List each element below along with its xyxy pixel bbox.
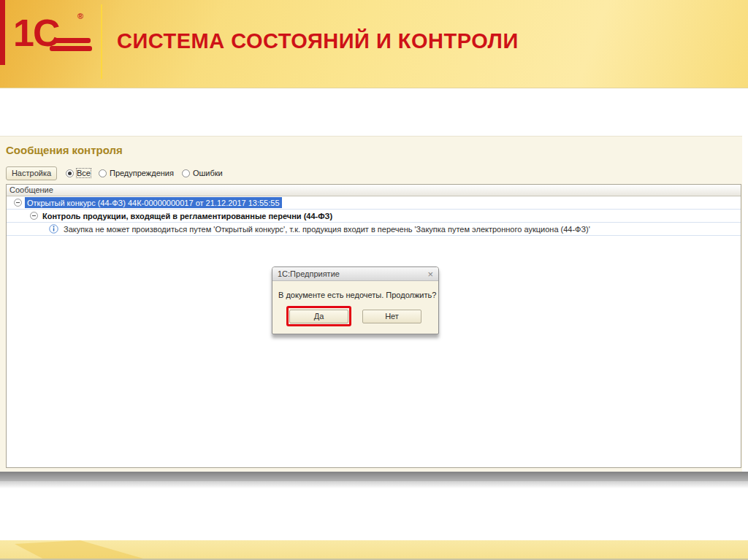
radio-icon[interactable] xyxy=(182,169,190,177)
no-button[interactable]: Нет xyxy=(362,310,421,323)
table-row[interactable]: Контроль продукции, входящей в регламент… xyxy=(7,210,741,223)
collapse-icon[interactable] xyxy=(30,212,38,220)
page-title: СИСТЕМА СОСТОЯНИЙ И КОНТРОЛИ xyxy=(117,29,519,53)
panel-toolbar: Настройка Все Предупреждения Ошибки xyxy=(6,166,223,180)
filter-radio-all[interactable]: Все xyxy=(66,169,91,177)
logo-bar xyxy=(54,38,91,43)
filter-radio-warnings[interactable]: Предупреждения xyxy=(99,169,174,177)
screenshot-bottom-edge xyxy=(0,472,748,481)
header-divider-line xyxy=(101,4,102,79)
table-column-header: Сообщение xyxy=(7,185,741,196)
dialog-titlebar[interactable]: 1С:Предприятие × xyxy=(272,267,438,281)
info-icon xyxy=(49,224,58,234)
dialog-title: 1С:Предприятие xyxy=(278,269,340,278)
table-row[interactable]: Закупка не может производиться путем 'От… xyxy=(7,223,741,236)
filter-label: Предупреждения xyxy=(110,169,174,177)
header-accent-stripe xyxy=(0,0,5,65)
screenshot-bottom-shadow xyxy=(0,481,748,488)
close-icon[interactable]: × xyxy=(427,269,433,279)
registered-mark: ® xyxy=(77,12,83,20)
table-row[interactable]: Открытый конкурс (44-ФЗ) 44К-00000000017… xyxy=(7,196,741,210)
slide: 1С ® СИСТЕМА СОСТОЯНИЙ И КОНТРОЛИ Сообще… xyxy=(0,0,748,560)
no-button-wrap: Нет xyxy=(359,306,424,326)
dialog-message: В документе есть недочеты. Продолжить? xyxy=(278,291,432,299)
selected-row-text: Открытый конкурс (44-ФЗ) 44К-00000000017… xyxy=(25,197,282,208)
collapse-icon[interactable] xyxy=(14,199,22,207)
filter-label: Все xyxy=(77,169,91,177)
row-text: Контроль продукции, входящей в регламент… xyxy=(42,212,332,220)
slide-footer-band xyxy=(0,540,748,560)
filter-radio-group: Все Предупреждения Ошибки xyxy=(66,169,223,177)
logo-1c: 1С ® xyxy=(13,12,101,64)
panel-title: Сообщения контроля xyxy=(6,144,123,156)
radio-icon[interactable] xyxy=(99,169,107,177)
dialog-window: 1С:Предприятие × В документе есть недоче… xyxy=(272,266,439,334)
yes-button[interactable]: Да xyxy=(289,310,348,323)
dialog-body: В документе есть недочеты. Продолжить? Д… xyxy=(272,281,438,334)
logo-bar xyxy=(50,46,92,51)
settings-button[interactable]: Настройка xyxy=(6,166,57,180)
radio-icon[interactable] xyxy=(66,169,74,177)
row-text: Закупка не может производиться путем 'От… xyxy=(64,225,590,234)
highlight-annotation: Да xyxy=(286,306,351,326)
dialog-buttons: Да Нет xyxy=(278,306,432,326)
filter-label: Ошибки xyxy=(193,169,223,177)
footer-pattern xyxy=(15,540,248,559)
filter-radio-errors[interactable]: Ошибки xyxy=(182,169,223,177)
slide-header: 1С ® СИСТЕМА СОСТОЯНИЙ И КОНТРОЛИ xyxy=(0,0,748,88)
